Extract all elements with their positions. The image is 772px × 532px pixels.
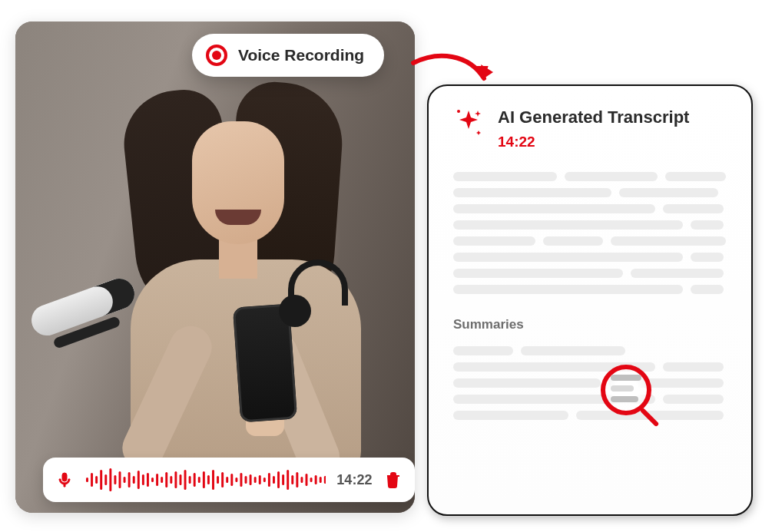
skeleton-bar (453, 285, 683, 294)
skeleton-bar (453, 236, 535, 246)
svg-rect-8 (123, 477, 125, 483)
microphone-prop (29, 283, 167, 329)
svg-rect-43 (287, 470, 289, 490)
svg-rect-26 (207, 475, 210, 484)
svg-rect-27 (212, 470, 214, 490)
skeleton-bar (611, 236, 726, 246)
flow-arrow-icon (407, 46, 499, 107)
svg-rect-50 (319, 477, 321, 483)
svg-rect-12 (141, 474, 144, 485)
svg-rect-29 (221, 472, 224, 487)
svg-rect-4 (104, 474, 107, 485)
svg-rect-35 (249, 474, 251, 485)
svg-rect-16 (161, 477, 163, 483)
svg-rect-30 (226, 477, 228, 483)
skeleton-bar (453, 378, 601, 388)
transcript-title: AI Generated Transcript (498, 107, 689, 127)
svg-rect-3 (100, 470, 102, 490)
summaries-skeleton (453, 346, 727, 420)
skeleton-bar (691, 220, 724, 230)
svg-rect-39 (268, 473, 270, 487)
svg-rect-5 (109, 468, 111, 491)
svg-rect-21 (184, 470, 186, 490)
photo-card: 14:22 (15, 21, 415, 513)
record-icon (206, 45, 227, 66)
svg-rect-28 (217, 476, 219, 484)
svg-rect-45 (296, 472, 298, 487)
svg-rect-36 (253, 477, 256, 483)
svg-rect-32 (235, 477, 237, 482)
magnifier-icon (601, 365, 670, 434)
svg-rect-47 (305, 474, 307, 486)
svg-rect-23 (193, 473, 195, 487)
transcript-skeleton (453, 172, 727, 294)
skeleton-bar (663, 395, 723, 404)
skeleton-bar (691, 253, 724, 262)
skeleton-bar (521, 346, 625, 355)
skeleton-bar (665, 172, 725, 181)
skeleton-bar (565, 172, 658, 181)
voice-recording-label: Voice Recording (238, 46, 364, 64)
svg-rect-10 (132, 476, 134, 484)
skeleton-bar (453, 204, 655, 213)
skeleton-bar (453, 269, 623, 278)
skeleton-bar (663, 362, 723, 372)
svg-rect-6 (114, 475, 116, 484)
svg-rect-14 (151, 477, 154, 482)
svg-rect-25 (202, 471, 204, 488)
svg-point-52 (457, 110, 460, 113)
svg-rect-20 (179, 474, 181, 485)
skeleton-bar (543, 236, 603, 246)
person-illustration (108, 60, 369, 490)
svg-rect-1 (91, 473, 93, 487)
svg-rect-17 (165, 472, 167, 487)
svg-rect-13 (147, 473, 149, 487)
summaries-heading: Summaries (453, 317, 727, 332)
svg-rect-42 (282, 474, 284, 485)
trash-icon[interactable] (383, 468, 404, 491)
svg-rect-7 (118, 471, 121, 488)
svg-rect-44 (291, 475, 293, 484)
audio-playback-bar: 14:22 (43, 458, 415, 502)
svg-rect-51 (323, 476, 326, 484)
skeleton-bar (453, 220, 683, 230)
svg-rect-38 (263, 477, 265, 482)
svg-rect-37 (258, 475, 260, 484)
skeleton-bar (453, 346, 513, 355)
sparkle-icon (453, 107, 484, 141)
svg-rect-0 (86, 477, 88, 482)
skeleton-bar (619, 188, 717, 197)
transcript-timestamp: 14:22 (498, 134, 689, 150)
skeleton-bar (453, 411, 568, 420)
svg-rect-40 (273, 476, 275, 484)
headphones-prop (280, 259, 356, 335)
svg-rect-41 (277, 471, 280, 488)
svg-rect-46 (300, 477, 303, 483)
skeleton-bar (453, 188, 611, 197)
skeleton-bar (691, 285, 724, 294)
svg-rect-18 (170, 476, 172, 484)
svg-rect-49 (314, 475, 316, 484)
audio-waveform (86, 466, 326, 494)
svg-rect-19 (174, 471, 177, 488)
svg-rect-33 (240, 473, 242, 487)
svg-rect-11 (137, 471, 139, 489)
svg-rect-9 (128, 472, 130, 487)
audio-timestamp: 14:22 (336, 472, 372, 488)
microphone-icon[interactable] (54, 468, 75, 491)
svg-rect-48 (310, 477, 312, 482)
svg-rect-2 (95, 476, 98, 484)
voice-recording-pill: Voice Recording (192, 34, 384, 77)
skeleton-bar (663, 204, 723, 213)
svg-rect-34 (244, 476, 247, 484)
skeleton-bar (453, 172, 557, 181)
svg-rect-22 (188, 476, 191, 484)
skeleton-bar (631, 269, 724, 278)
svg-rect-15 (156, 474, 158, 486)
svg-rect-24 (197, 477, 200, 483)
skeleton-bar (453, 253, 683, 262)
svg-rect-31 (230, 474, 233, 486)
transcript-card: AI Generated Transcript 14:22 Summaries (427, 84, 753, 516)
